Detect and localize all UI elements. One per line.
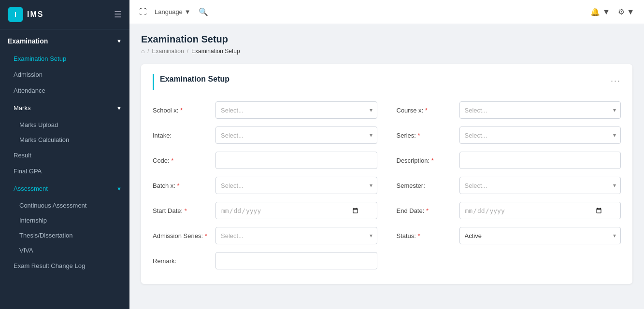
course-select-wrapper: Select... [459,101,621,119]
end-date-label: End Date: * [397,207,459,214]
batch-select[interactable]: Select... [215,177,377,194]
logo-text: IMS [27,10,43,19]
semester-field-row: Semester: Select... [397,177,621,194]
sidebar-header: I IMS ☰ [0,0,129,29]
content-area: Examination Setup ⌂ / Examination / Exam… [129,24,644,309]
admission-series-field-row: Admission Series: * Select... [153,227,377,244]
page-title: Examination Setup [141,34,632,45]
intake-label: Intake: [153,132,215,139]
course-field-row: Course x: * Select... [397,101,621,119]
remark-label: Remark: [153,257,215,265]
breadcrumb-section[interactable]: Examination [152,48,184,55]
topbar: ⛶ Language ▼ 🔍 🔔 ▼ ⚙ ▼ [129,0,644,24]
sidebar-marks-group[interactable]: Marks ▼ [0,98,129,117]
school-label: School x: * [153,107,215,114]
course-label: Course x: * [397,107,459,114]
start-date-field-row: Start Date: * [153,202,377,219]
sidebar-item-continuous-assessment[interactable]: Continuous Assessment [0,198,129,213]
examination-setup-card: Examination Setup ... School x: * Select… [141,64,632,284]
batch-field-row: Batch x: * Select... [153,177,377,194]
form-section: School x: * Select... Course x: * Se [153,101,621,269]
sidebar-item-exam-result-change-log[interactable]: Exam Result Change Log [0,258,129,274]
search-icon[interactable]: 🔍 [199,7,208,16]
breadcrumb: ⌂ / Examination / Examination Setup [141,48,632,55]
series-label: Series: * [397,132,459,139]
end-date-field-row: End Date: * [397,202,621,219]
sidebar-examination-section: Examination ▼ Examination Setup Admissio… [0,29,129,276]
end-date-wrapper [459,202,621,219]
sidebar-logo: I IMS [8,7,43,22]
remark-empty-right [397,252,621,269]
language-button[interactable]: Language ▼ [155,8,191,15]
card-header: Examination Setup ... [153,74,621,90]
status-label: Status: * [397,232,459,239]
fullscreen-icon[interactable]: ⛶ [139,8,147,16]
batch-label: Batch x: * [153,182,215,189]
sidebar-item-marks-upload[interactable]: Marks Upload [0,117,129,132]
status-field-row: Status: * Active [397,227,621,244]
sidebar-item-final-gpa[interactable]: Final GPA [0,163,129,179]
logo-icon: I [8,7,23,22]
language-chevron-icon: ▼ [185,8,191,15]
intake-field-row: Intake: Select... [153,126,377,144]
sidebar-item-result[interactable]: Result [0,147,129,163]
logo-abbr: I [14,11,16,18]
status-select-wrapper: Active [459,227,621,244]
description-field-row: Description: * [397,152,621,169]
hamburger-icon[interactable]: ☰ [114,9,122,20]
semester-label: Semester: [397,182,459,189]
settings-icon[interactable]: ⚙ ▼ [618,7,634,16]
marks-chevron-icon: ▼ [116,105,122,111]
sidebar-item-marks-calculation[interactable]: Marks Calculation [0,132,129,147]
school-field-row: School x: * Select... [153,101,377,119]
series-select-wrapper: Select... [459,126,621,144]
sidebar-marks-label: Marks [14,104,30,112]
topbar-left: ⛶ Language ▼ 🔍 [139,7,208,16]
sidebar-assessment-group[interactable]: Assessment ▼ [0,179,129,198]
description-input[interactable] [459,152,621,169]
sidebar: I IMS ☰ Examination ▼ Examination Setup … [0,0,129,309]
sidebar-examination-group[interactable]: Examination ▼ [0,31,129,51]
examination-chevron-icon: ▼ [116,38,122,44]
code-input[interactable] [215,152,377,169]
batch-select-wrapper: Select... [215,177,377,194]
sidebar-item-admission[interactable]: Admission [0,67,129,83]
intake-select-wrapper: Select... [215,126,377,144]
main-container: ⛶ Language ▼ 🔍 🔔 ▼ ⚙ ▼ Examination Setup… [129,0,644,309]
sidebar-examination-label: Examination [8,37,48,45]
series-field-row: Series: * Select... [397,126,621,144]
sidebar-item-thesis[interactable]: Thesis/Dissertation [0,228,129,243]
home-icon[interactable]: ⌂ [141,48,144,55]
start-date-input[interactable] [215,202,377,219]
sidebar-item-internship[interactable]: Internship [0,213,129,228]
card-title: Examination Setup [160,75,229,84]
intake-select[interactable]: Select... [215,126,377,144]
admission-series-select[interactable]: Select... [215,227,377,244]
series-select[interactable]: Select... [459,126,621,144]
code-field-row: Code: * [153,152,377,169]
sidebar-item-examination-setup[interactable]: Examination Setup [0,51,129,67]
start-date-wrapper [215,202,377,219]
topbar-right: 🔔 ▼ ⚙ ▼ [590,7,634,16]
sidebar-item-viva[interactable]: VIVA [0,243,129,258]
sidebar-assessment-label: Assessment [14,185,48,192]
semester-select[interactable]: Select... [459,177,621,194]
breadcrumb-current: Examination Setup [191,48,240,55]
course-select[interactable]: Select... [459,101,621,119]
status-select[interactable]: Active [459,227,621,244]
code-label: Code: * [153,157,215,164]
description-label: Description: * [397,157,459,164]
admission-series-select-wrapper: Select... [215,227,377,244]
remark-input[interactable] [215,252,377,269]
semester-select-wrapper: Select... [459,177,621,194]
remark-field-row: Remark: [153,252,377,269]
start-date-label: Start Date: * [153,207,215,214]
more-options-button[interactable]: ... [611,74,621,84]
end-date-input[interactable] [459,202,621,219]
language-label: Language [155,8,183,15]
school-select-wrapper: Select... [215,101,377,119]
assessment-chevron-icon: ▼ [116,186,122,192]
sidebar-item-attendance[interactable]: Attendance [0,83,129,98]
bell-icon[interactable]: 🔔 ▼ [590,7,610,16]
school-select[interactable]: Select... [215,101,377,119]
